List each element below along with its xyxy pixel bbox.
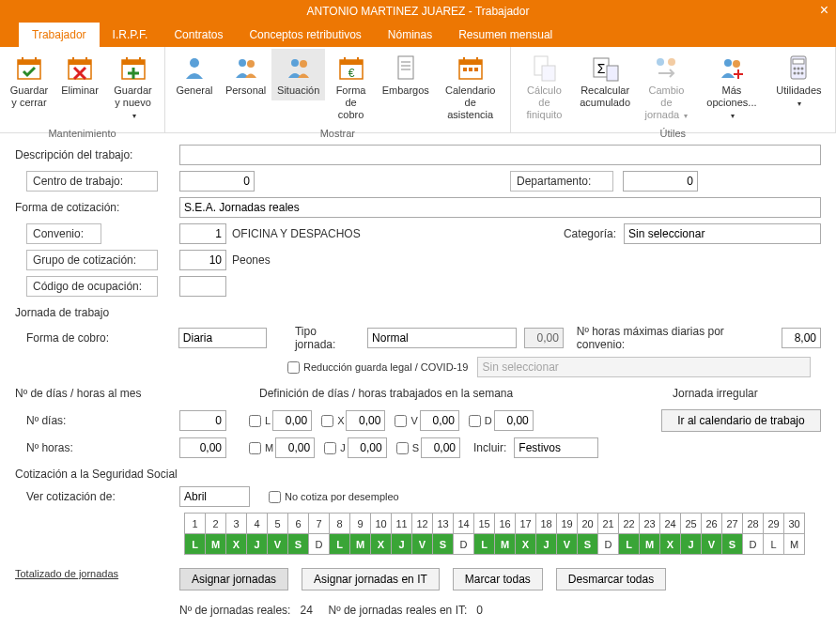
calendario-asistencia-button[interactable]: Calendariode asistencia bbox=[435, 49, 506, 126]
tab-i-r-p-f-[interactable]: I.R.P.F. bbox=[100, 23, 162, 47]
cal-day-letter[interactable]: L bbox=[330, 534, 350, 555]
n-dias-input[interactable] bbox=[179, 410, 226, 431]
cal-day-num[interactable]: 11 bbox=[392, 514, 412, 534]
cal-day-letter[interactable]: X bbox=[660, 534, 681, 555]
cal-day-letter[interactable]: M bbox=[350, 534, 371, 555]
cal-day-letter[interactable]: S bbox=[722, 534, 743, 555]
guardar-nuevo-button[interactable]: Guardary nuevo ▾ bbox=[105, 49, 161, 126]
cal-day-num[interactable]: 7 bbox=[309, 514, 330, 534]
cal-day-letter[interactable]: M bbox=[640, 534, 660, 555]
departamento-label[interactable]: Departamento: bbox=[510, 171, 613, 192]
eliminar-button[interactable]: Eliminar bbox=[54, 49, 105, 100]
cal-day-letter[interactable]: M bbox=[784, 534, 805, 555]
cal-day-letter[interactable]: X bbox=[371, 534, 392, 555]
cal-day-letter[interactable]: X bbox=[226, 534, 247, 555]
cal-day-num[interactable]: 13 bbox=[433, 514, 454, 534]
codigo-ocupacion-input[interactable] bbox=[179, 276, 226, 297]
cal-day-letter[interactable]: S bbox=[288, 534, 309, 555]
asignar-jornadas-button[interactable]: Asignar jornadas bbox=[179, 568, 288, 590]
cal-day-letter[interactable]: V bbox=[268, 534, 288, 555]
day-j-check[interactable]: J bbox=[324, 442, 346, 454]
tab-n-minas[interactable]: Nóminas bbox=[375, 23, 445, 47]
tipo-jornada-select[interactable]: Normal bbox=[367, 328, 517, 348]
situacion-button[interactable]: Situación bbox=[271, 49, 325, 100]
marcar-todas-button[interactable]: Marcar todas bbox=[453, 568, 543, 590]
tab-contratos[interactable]: Contratos bbox=[161, 23, 236, 47]
cal-day-num[interactable]: 18 bbox=[536, 514, 557, 534]
cal-day-num[interactable]: 6 bbox=[288, 514, 309, 534]
recalcular-acumulado-button[interactable]: ΣRecalcularacumulado bbox=[574, 49, 636, 113]
day-s-input[interactable] bbox=[421, 437, 460, 458]
forma-cotizacion-select[interactable]: S.E.A. Jornadas reales bbox=[179, 197, 821, 218]
cal-day-num[interactable]: 10 bbox=[371, 514, 392, 534]
ver-cotizacion-select[interactable]: Abril bbox=[179, 486, 250, 507]
day-d-check[interactable]: D bbox=[469, 415, 492, 427]
cal-day-letter[interactable]: S bbox=[433, 534, 454, 555]
cal-day-letter[interactable]: J bbox=[536, 534, 557, 555]
cal-day-letter[interactable]: S bbox=[578, 534, 598, 555]
cal-day-num[interactable]: 14 bbox=[454, 514, 474, 534]
cal-day-num[interactable]: 27 bbox=[722, 514, 743, 534]
guardar-cerrar-button[interactable]: Guardary cerrar bbox=[4, 49, 54, 113]
cal-day-letter[interactable]: D bbox=[454, 534, 474, 555]
totalizado-link[interactable]: Totalizado de jornadas bbox=[15, 568, 179, 617]
asignar-jornadas-it-button[interactable]: Asignar jornadas en IT bbox=[302, 568, 440, 590]
incluir-select[interactable]: Festivos bbox=[514, 437, 598, 458]
descripcion-input[interactable] bbox=[179, 145, 821, 165]
day-x-check[interactable]: X bbox=[321, 415, 344, 427]
cal-day-letter[interactable]: J bbox=[247, 534, 268, 555]
cal-day-letter[interactable]: L bbox=[764, 534, 784, 555]
centro-trabajo-input[interactable] bbox=[179, 171, 255, 192]
cal-day-letter[interactable]: X bbox=[516, 534, 536, 555]
cal-day-num[interactable]: 19 bbox=[557, 514, 578, 534]
convenio-label[interactable]: Convenio: bbox=[26, 223, 101, 244]
cal-day-num[interactable]: 20 bbox=[578, 514, 598, 534]
cal-day-num[interactable]: 2 bbox=[206, 514, 226, 534]
cal-day-num[interactable]: 26 bbox=[702, 514, 722, 534]
mas-opciones-button[interactable]: Másopciones... ▾ bbox=[697, 49, 766, 126]
cal-day-num[interactable]: 3 bbox=[226, 514, 247, 534]
day-s-check[interactable]: S bbox=[396, 442, 419, 454]
forma-cobro-select[interactable]: Diaria bbox=[178, 328, 267, 348]
day-l-check[interactable]: L bbox=[249, 415, 271, 427]
cal-day-letter[interactable]: J bbox=[681, 534, 702, 555]
cal-day-letter[interactable]: V bbox=[702, 534, 722, 555]
embargos-button[interactable]: Embargos bbox=[377, 49, 435, 100]
cal-day-num[interactable]: 9 bbox=[350, 514, 371, 534]
cal-day-letter[interactable]: J bbox=[392, 534, 412, 555]
n-horas-input[interactable] bbox=[179, 437, 226, 458]
horas-max-input[interactable] bbox=[782, 328, 821, 348]
ir-calendario-button[interactable]: Ir al calendario de trabajo bbox=[661, 409, 821, 432]
cal-day-letter[interactable]: D bbox=[598, 534, 619, 555]
cal-day-letter[interactable]: L bbox=[619, 534, 640, 555]
cal-day-letter[interactable]: M bbox=[495, 534, 516, 555]
day-v-input[interactable] bbox=[420, 410, 459, 431]
cal-day-num[interactable]: 21 bbox=[598, 514, 619, 534]
utilidades-button[interactable]: Utilidades ▾ bbox=[766, 49, 831, 113]
cal-day-num[interactable]: 25 bbox=[681, 514, 702, 534]
cal-day-letter[interactable]: L bbox=[474, 534, 495, 555]
general-button[interactable]: General bbox=[169, 49, 220, 100]
cal-day-num[interactable]: 8 bbox=[330, 514, 350, 534]
cal-day-letter[interactable]: M bbox=[206, 534, 226, 555]
cal-day-letter[interactable]: D bbox=[743, 534, 764, 555]
cal-day-letter[interactable]: V bbox=[412, 534, 433, 555]
cal-day-letter[interactable]: V bbox=[557, 534, 578, 555]
tab-trabajador[interactable]: Trabajador bbox=[19, 23, 100, 47]
grupo-cotizacion-label[interactable]: Grupo de cotización: bbox=[26, 250, 158, 270]
cal-day-num[interactable]: 12 bbox=[412, 514, 433, 534]
day-m-input[interactable] bbox=[275, 437, 315, 458]
codigo-ocupacion-label[interactable]: Código de ocupación: bbox=[26, 276, 158, 297]
cal-day-num[interactable]: 29 bbox=[764, 514, 784, 534]
close-icon[interactable]: × bbox=[820, 2, 828, 19]
cal-day-num[interactable]: 17 bbox=[516, 514, 536, 534]
cal-day-num[interactable]: 5 bbox=[268, 514, 288, 534]
day-m-check[interactable]: M bbox=[249, 442, 273, 454]
forma-cobro-button[interactable]: €Formade cobro bbox=[325, 49, 377, 126]
reduccion-checkbox[interactable]: Reducción guarda legal / COVID-19 bbox=[287, 361, 468, 374]
cal-day-num[interactable]: 30 bbox=[784, 514, 805, 534]
departamento-input[interactable] bbox=[623, 171, 698, 192]
cal-day-num[interactable]: 22 bbox=[619, 514, 640, 534]
cal-day-num[interactable]: 24 bbox=[660, 514, 681, 534]
cal-day-num[interactable]: 1 bbox=[185, 514, 206, 534]
